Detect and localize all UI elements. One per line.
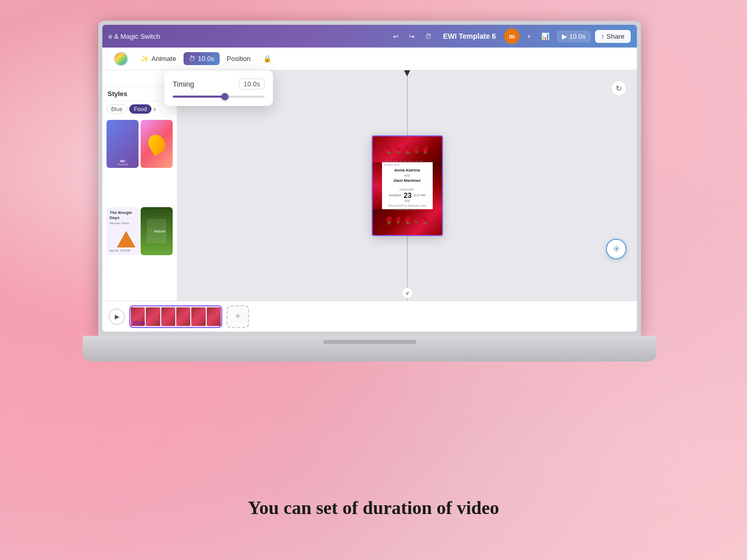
color-swatch-button[interactable] (109, 49, 133, 69)
template-grid: ian Festival The Boogie Days (102, 117, 177, 295)
timer-button[interactable]: ⏱ (422, 30, 435, 42)
timeline-play-button[interactable]: ▶ (109, 308, 125, 325)
color-swatch (114, 52, 128, 66)
redo-button[interactable]: ↪ (406, 30, 418, 42)
timing-popup: Timing 10.0s (164, 70, 273, 106)
share-label: Share (606, 33, 624, 40)
card-roses-right (433, 162, 442, 209)
magic-button[interactable]: ✳ (606, 239, 627, 259)
share-button[interactable]: ↑ Share (595, 30, 631, 43)
toolbar: ✨ Animate ⏱ 10.0s Position 🔒 Timing (102, 48, 637, 70)
animate-button[interactable]: ✨ Animate (135, 52, 181, 65)
clip-frame-3 (161, 307, 175, 326)
chart-icon: 📊 (541, 33, 550, 40)
timeline-clip[interactable]: 10.0s (129, 305, 222, 328)
timing-row: Timing 10.0s (173, 79, 265, 89)
card-content: Together with their families Anna Katrin… (382, 162, 433, 209)
template-thumb-2[interactable] (141, 120, 173, 168)
more-tags-button[interactable]: › (154, 104, 156, 114)
laptop-screen: e & Magic Switch ↩ ↪ ⏱ EWI Template 6 m … (98, 21, 641, 336)
clip-frame-4 (176, 307, 190, 326)
add-icon: + (235, 310, 241, 322)
refresh-button[interactable]: ↻ (611, 81, 627, 96)
position-button[interactable]: Position (222, 52, 256, 65)
play-icon: ▶ (115, 313, 119, 320)
canvas-chevron[interactable]: ∨ (402, 287, 413, 299)
template-thumb-3[interactable]: The Boogie Days Monster Mash April 30 · … (106, 207, 139, 255)
timer-icon: ⏱ (425, 33, 432, 40)
timing-label: 10.0s (198, 55, 215, 63)
timeline-area: ▶ 10.0s + (102, 301, 637, 332)
top-bar: e & Magic Switch ↩ ↪ ⏱ EWI Template 6 m … (102, 25, 637, 48)
undo-button[interactable]: ↩ (390, 30, 402, 42)
template-thumb-4[interactable]: 🌿 Natural (141, 207, 173, 255)
play-icon: ▶ (562, 33, 567, 40)
user-avatar[interactable]: m (504, 28, 520, 44)
play-time-label: 10.0s (569, 33, 586, 40)
screen-content: e & Magic Switch ↩ ↪ ⏱ EWI Template 6 m … (102, 25, 637, 332)
card-time: 6:17 PM (414, 194, 425, 197)
timing-popup-value: 10.0s (239, 79, 265, 89)
clip-frame-6 (207, 307, 221, 326)
timing-slider-thumb (221, 93, 228, 100)
animate-label: Animate (151, 55, 176, 63)
lock-icon: 🔒 (263, 55, 271, 63)
share-icon: ↑ (601, 33, 605, 40)
analytics-button[interactable]: 📊 (538, 30, 553, 42)
template-thumb-1[interactable]: ian Festival (106, 120, 139, 168)
clock-icon: ⏱ (189, 55, 195, 63)
timing-button[interactable]: ⏱ 10.0s (184, 52, 220, 65)
redo-icon: ↪ (409, 33, 415, 40)
card-and-label: and (404, 174, 410, 177)
add-button[interactable]: + (524, 30, 534, 42)
animate-icon: ✨ (141, 55, 149, 63)
template-name: EWI Template 6 (443, 32, 496, 40)
position-label: Position (227, 55, 251, 63)
timing-slider[interactable] (173, 96, 265, 98)
timing-popup-label: Timing (173, 80, 194, 88)
tag-food[interactable]: Food (129, 104, 151, 114)
tag-blue[interactable]: Blue (106, 104, 127, 114)
plus-icon: + (527, 33, 531, 40)
undo-icon: ↩ (393, 33, 399, 40)
card-year: 2022 (404, 199, 410, 203)
invitation-card[interactable]: 🌹 🌹 🌹 🌹 🌹 🌹 🌹 🌹 (372, 135, 443, 236)
clip-duration-label: 10.0s (132, 320, 145, 326)
clip-frame-5 (191, 307, 205, 326)
card-name1: Anna Katrina (394, 167, 420, 173)
caption-text: You can set of duration of video (248, 497, 499, 519)
laptop: e & Magic Switch ↩ ↪ ⏱ EWI Template 6 m … (83, 21, 657, 362)
card-name2: Dani Martinez (393, 178, 420, 183)
add-clip-button[interactable]: + (226, 305, 249, 328)
timeline-marker (404, 70, 410, 76)
card-roses-left (373, 162, 382, 209)
play-time-button[interactable]: ▶ 10.0s (557, 30, 591, 42)
card-day-label: SUNDAY (389, 194, 402, 197)
app-title: e & Magic Switch (109, 33, 160, 40)
card-day-num: 23 (404, 191, 412, 199)
lock-button[interactable]: 🔒 (258, 52, 277, 65)
laptop-base (83, 336, 657, 362)
clip-frame-2 (146, 307, 160, 326)
